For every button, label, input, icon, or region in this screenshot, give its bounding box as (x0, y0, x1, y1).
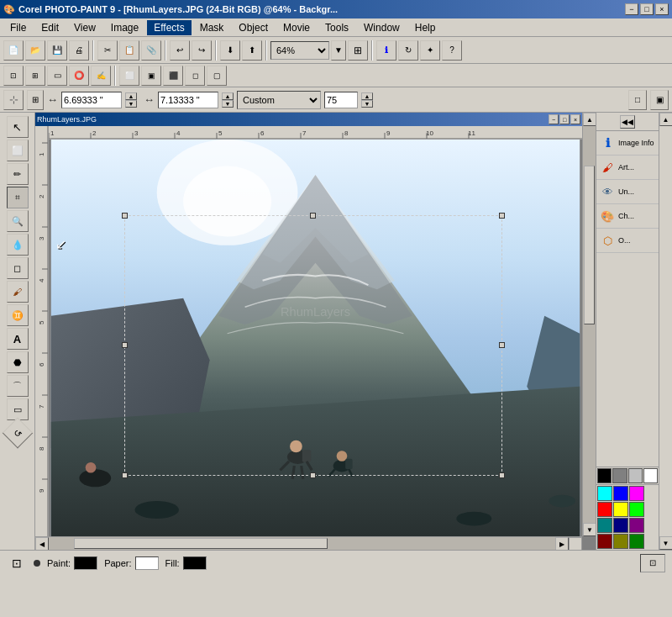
edge-btn4[interactable]: ◻ (185, 66, 205, 86)
x-spinner[interactable]: ▲ ▼ (125, 92, 137, 108)
swatch-gray[interactable] (612, 468, 627, 483)
edge-btn1[interactable]: ⬜ (119, 66, 139, 86)
swatch-olive[interactable] (613, 534, 628, 549)
quality-up[interactable]: ▲ (361, 92, 373, 100)
fullscreen-button[interactable]: ⊞ (348, 40, 368, 61)
tool-transform-active[interactable]: ⌗ (7, 187, 29, 208)
sub-minimize[interactable]: − (549, 114, 559, 124)
scroll-v-thumb[interactable] (584, 166, 595, 324)
preset-dropdown[interactable]: Custom HighMediumLow (237, 91, 321, 109)
menu-tools[interactable]: Tools (318, 20, 355, 35)
close-button[interactable]: × (655, 3, 669, 15)
panel-item-art[interactable]: 🖌 Art... (596, 156, 659, 180)
refresh-button[interactable]: ↻ (398, 40, 418, 61)
open-button[interactable]: 📂 (25, 40, 45, 61)
tool-select[interactable]: ↖ (7, 116, 29, 138)
menu-file[interactable]: File (3, 20, 33, 35)
quality-input[interactable] (324, 92, 358, 108)
scroll-right-button[interactable]: ▶ (555, 537, 569, 550)
swatch-black[interactable] (597, 468, 612, 483)
tool-fill[interactable]: ⬣ (7, 351, 29, 373)
edge-btn5[interactable]: ▢ (207, 66, 227, 86)
view-split-btn[interactable]: ▣ (650, 90, 669, 110)
export-button[interactable]: ⬆ (242, 40, 262, 61)
tool-transform2[interactable]: ⊞ (25, 66, 45, 86)
menu-effects[interactable]: Effects (147, 20, 191, 35)
menu-mask[interactable]: Mask (193, 20, 231, 35)
right-panel-scrollbar[interactable]: ▲ ▼ (659, 113, 672, 550)
save-button[interactable]: 💾 (47, 40, 67, 61)
scroll-h-thumb[interactable] (74, 538, 328, 549)
panel-item-un[interactable]: 👁 Un... (596, 180, 659, 204)
swatch-navy[interactable] (613, 518, 628, 533)
menu-edit[interactable]: Edit (34, 20, 66, 35)
menu-help[interactable]: Help (408, 20, 443, 35)
tool-freehand[interactable]: ✏ (7, 163, 29, 185)
x-position-input[interactable] (61, 92, 122, 108)
quality-spinner[interactable]: ▲ ▼ (361, 92, 373, 108)
menu-window[interactable]: Window (357, 20, 407, 35)
swatch-green[interactable] (629, 502, 644, 517)
redo-button[interactable]: ↪ (192, 40, 212, 61)
swatch-magenta[interactable] (629, 486, 644, 501)
undo-button[interactable]: ↩ (170, 40, 190, 61)
edge-btn3[interactable]: ⬛ (163, 66, 183, 86)
panel-item-imageinfo[interactable]: ℹ Image Info (596, 131, 659, 156)
fill-color-box[interactable] (183, 556, 207, 570)
horizontal-scrollbar[interactable]: ◀ ▶ (35, 536, 582, 550)
sub-close[interactable]: × (570, 114, 580, 124)
panel-item-o[interactable]: ⬡ O... (596, 229, 659, 253)
copy-button[interactable]: 📋 (119, 40, 139, 61)
sub-restore[interactable]: □ (559, 114, 570, 124)
zoom-dropdown-arrow[interactable]: ▼ (331, 40, 346, 61)
print-button[interactable]: 🖨 (69, 40, 89, 61)
tool-zoom[interactable]: 🔍 (7, 210, 29, 232)
tool-clone[interactable]: ♊ (7, 304, 29, 326)
tool-eraser[interactable]: ◻ (7, 257, 29, 279)
tool-mask-circle[interactable]: ⭕ (69, 66, 89, 86)
tool-paint[interactable]: 🖌 (7, 281, 29, 303)
w-up[interactable]: ▲ (222, 92, 234, 100)
tool-eyedropper[interactable]: 💧 (7, 234, 29, 256)
tool-select2[interactable]: ⊡ (3, 66, 24, 86)
w-spinner[interactable]: ▲ ▼ (222, 92, 234, 108)
menu-movie[interactable]: Movie (276, 20, 317, 35)
quality-down[interactable]: ▼ (361, 100, 373, 108)
vertical-scrollbar[interactable]: ▲ ▼ (582, 113, 596, 536)
swatch-silver[interactable] (628, 468, 643, 483)
crop-icon[interactable]: ⊹ (3, 90, 24, 110)
help-btn[interactable]: ? (442, 40, 462, 61)
new-button[interactable]: 📄 (3, 40, 24, 61)
x-up[interactable]: ▲ (125, 92, 137, 100)
scroll-v-track[interactable] (583, 126, 596, 523)
right-scroll-down[interactable]: ▼ (659, 536, 673, 550)
swatch-maroon[interactable] (597, 534, 612, 549)
paste-button[interactable]: 📎 (141, 40, 161, 61)
scroll-down-button[interactable]: ▼ (583, 523, 596, 536)
info-button[interactable]: ℹ (376, 40, 396, 61)
tool-deform[interactable]: ↺ (2, 418, 33, 449)
swatch-teal[interactable] (597, 518, 612, 533)
swatch-white[interactable] (643, 468, 658, 483)
constrain-btn[interactable]: ⊞ (27, 90, 44, 110)
scroll-h-track[interactable] (49, 537, 555, 550)
scroll-up-button[interactable]: ▲ (583, 113, 596, 126)
width-input[interactable] (158, 92, 218, 108)
panel-item-ch[interactable]: 🎨 Ch... (596, 204, 659, 229)
import-button[interactable]: ⬇ (220, 40, 240, 61)
view-single-btn[interactable]: □ (628, 90, 647, 110)
canvas-viewport[interactable]: RhumLayers ↙ (49, 140, 582, 536)
tool-mask-free[interactable]: ✍ (91, 66, 111, 86)
swatch-purple[interactable] (629, 518, 644, 533)
swatch-red[interactable] (597, 502, 612, 517)
paper-color-box[interactable] (135, 556, 159, 570)
swatch-cyan[interactable] (597, 486, 612, 501)
swatch-yellow[interactable] (613, 502, 628, 517)
paint-color-box[interactable] (74, 556, 97, 570)
scroll-left-button[interactable]: ◀ (35, 537, 49, 550)
swatch-blue[interactable] (613, 486, 628, 501)
title-controls[interactable]: − □ × (625, 3, 669, 15)
script-button[interactable]: ✦ (420, 40, 440, 61)
menu-object[interactable]: Object (232, 20, 275, 35)
x-down[interactable]: ▼ (125, 100, 137, 108)
